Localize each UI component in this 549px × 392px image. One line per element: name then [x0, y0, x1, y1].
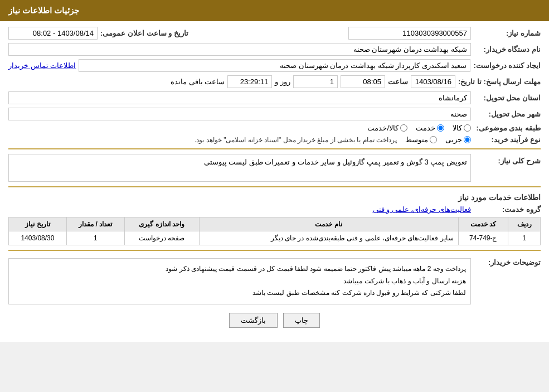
services-table-header-row: ردیف کد خدمت نام خدمت واحد اندازه گیری ت…	[9, 217, 541, 231]
col-name: نام خدمت	[199, 217, 458, 231]
creator-value: سعید اسکندری کارپرداز شبکه بهداشت درمان …	[79, 59, 470, 72]
announce-date-value: 1403/08/14 - 08:02	[8, 27, 98, 40]
creator-link[interactable]: اطلاعات تماس خریدار	[8, 61, 76, 70]
buyer-org-value: شبکه بهداشت درمان شهرستان صحنه	[8, 43, 471, 56]
row-city: شهر محل تحویل: صحنه	[8, 108, 541, 120]
category-label: طبقه بندی موضوعی:	[474, 124, 541, 132]
category-kala-khedmat: کالا/خدمت	[367, 124, 407, 132]
cell-quantity: 1	[66, 231, 124, 245]
page-header: جزئیات اطلاعات نیاز	[0, 0, 549, 21]
col-quantity: تعداد / مقدار	[66, 217, 124, 231]
cell-date: 1403/08/30	[9, 231, 67, 245]
category-kala: کالا	[453, 124, 471, 132]
need-number-label: شماره نیاز:	[474, 29, 541, 37]
response-date-value: 1403/08/16	[411, 75, 455, 88]
category-khedmat-radio[interactable]	[437, 124, 444, 132]
response-time-label: ساعت	[388, 78, 408, 86]
print-button[interactable]: چاپ	[283, 313, 320, 328]
buyer-notes-line2: هزینه ارسال و آباب و ذهاب با شرکت میباشد	[13, 275, 466, 288]
general-description-label: شرح کلی نیاز:	[474, 154, 541, 165]
purchase-jozii-label: جزیی	[445, 135, 462, 144]
divider-3	[8, 250, 541, 251]
row-creator: ایجاد کننده درخواست: سعید اسکندری کارپرد…	[8, 59, 541, 72]
purchase-jozii: جزیی	[445, 135, 471, 144]
row-province: استان محل تحویل: کرمانشاه	[8, 91, 541, 104]
col-row: ردیف	[508, 217, 541, 231]
remaining-label: ساعت باقی مانده	[171, 78, 225, 86]
province-label: استان محل تحویل:	[474, 94, 541, 102]
purchase-motavasset: متوسط	[405, 135, 437, 144]
col-code: کد خدمت	[458, 217, 508, 231]
buyer-notes-label: توضیحات خریدار:	[474, 255, 541, 267]
days-value: 1	[293, 75, 338, 88]
announce-date-label: تاریخ و ساعت اعلان عمومی:	[100, 29, 188, 37]
row-buyer-notes: توضیحات خریدار: پرداخت وجه 2 ماهه میباشد…	[8, 255, 541, 304]
service-group-value[interactable]: فعالیت‌های حرفه‌ای، علمی و فنی	[373, 205, 471, 214]
col-date: تاریخ نیاز	[9, 217, 67, 231]
category-kala-radio[interactable]	[464, 124, 471, 132]
province-value: کرمانشاه	[8, 91, 471, 104]
service-group-row: گروه خدمت: فعالیت‌های حرفه‌ای، علمی و فن…	[8, 205, 541, 214]
need-number-value: 1103030393000557	[348, 27, 471, 40]
divider-2	[8, 186, 541, 187]
buyer-notes-content: پرداخت وجه 2 ماهه میباشد پیش فاکتور حتما…	[8, 258, 471, 304]
services-table-header: ردیف کد خدمت نام خدمت واحد اندازه گیری ت…	[9, 217, 541, 231]
purchase-motavasset-label: متوسط	[405, 135, 428, 144]
service-group-label: گروه خدمت:	[474, 205, 541, 214]
row-need-number: شماره نیاز: 1103030393000557 تاریخ و ساع…	[8, 27, 541, 40]
general-description-container: تعویض پمپ 3 گوش و تعمیر پمپ گازوئیل و سا…	[8, 154, 471, 182]
category-kala-khedmat-radio[interactable]	[400, 124, 407, 132]
cell-code: ج-749-74	[458, 231, 508, 245]
remaining-value: 23:29:11	[227, 75, 272, 88]
buyer-notes-line3: لطفا شرکتی که شرایط رو قبول داره شرکت کن…	[13, 287, 466, 299]
services-section-title: اطلاعات خدمات مورد نیاز	[8, 193, 541, 202]
col-unit: واحد اندازه گیری	[124, 217, 199, 231]
response-time-value: 08:05	[341, 75, 385, 88]
cell-name: سایر فعالیت‌های حرفه‌ای، علمی و فنی طبقه…	[199, 231, 458, 245]
row-response-date: مهلت ارسال پاسخ: تا تاریخ: 1403/08/16 سا…	[8, 75, 541, 88]
back-button[interactable]: بازگشت	[229, 313, 278, 328]
row-purchase-type: نوع فرآیند خرید: جزیی متوسط پرداخت تمام …	[8, 135, 541, 144]
buyer-notes-line1: پرداخت وجه 2 ماهه میباشد پیش فاکتور حتما…	[13, 263, 466, 275]
purchase-jozii-radio[interactable]	[464, 136, 471, 143]
cell-row: 1	[508, 231, 541, 245]
category-khedmat-label: خدمت	[416, 124, 435, 132]
buyer-org-label: نام دستگاه خریدار:	[474, 45, 541, 54]
buttons-row: چاپ بازگشت	[8, 313, 541, 328]
response-date-label: مهلت ارسال پاسخ: تا تاریخ:	[458, 78, 541, 86]
main-content: شماره نیاز: 1103030393000557 تاریخ و ساع…	[0, 21, 549, 342]
page-title: جزئیات اطلاعات نیاز	[8, 6, 79, 15]
creator-label: ایجاد کننده درخواست:	[473, 61, 541, 70]
category-kala-khedmat-label: کالا/خدمت	[367, 124, 399, 132]
category-radio-group: کالا خدمت کالا/خدمت	[367, 124, 471, 132]
purchase-type-options: جزیی متوسط پرداخت تمام یا بخشی از مبلغ خ…	[195, 135, 471, 144]
purchase-motavasset-radio[interactable]	[430, 136, 437, 143]
purchase-note: پرداخت تمام یا بخشی از مبلغ خریدار محل "…	[195, 136, 397, 144]
row-category: طبقه بندی موضوعی: کالا خدمت کالا/خدمت	[8, 124, 541, 132]
page-container: جزئیات اطلاعات نیاز شماره نیاز: 11030303…	[0, 0, 549, 342]
days-label: روز و	[275, 78, 290, 86]
city-label: شهر محل تحویل:	[474, 110, 541, 118]
general-description-value: تعویض پمپ 3 گوش و تعمیر پمپ گازوئیل و سا…	[8, 154, 471, 182]
purchase-type-label: نوع فرآیند خرید:	[474, 135, 541, 144]
divider-1	[8, 148, 541, 149]
services-section: اطلاعات خدمات مورد نیاز گروه خدمت: فعالی…	[8, 193, 541, 245]
services-table: ردیف کد خدمت نام خدمت واحد اندازه گیری ت…	[8, 217, 541, 245]
row-buyer-org: نام دستگاه خریدار: شبکه بهداشت درمان شهر…	[8, 43, 541, 56]
category-khedmat: خدمت	[416, 124, 444, 132]
category-kala-label: کالا	[453, 124, 462, 132]
city-value: صحنه	[8, 108, 471, 120]
table-row: 1 ج-749-74 سایر فعالیت‌های حرفه‌ای، علمی…	[9, 231, 541, 245]
row-general-description: شرح کلی نیاز: تعویض پمپ 3 گوش و تعمیر پم…	[8, 154, 541, 182]
services-table-body: 1 ج-749-74 سایر فعالیت‌های حرفه‌ای، علمی…	[9, 231, 541, 245]
cell-unit: صفحه درخواست	[124, 231, 199, 245]
